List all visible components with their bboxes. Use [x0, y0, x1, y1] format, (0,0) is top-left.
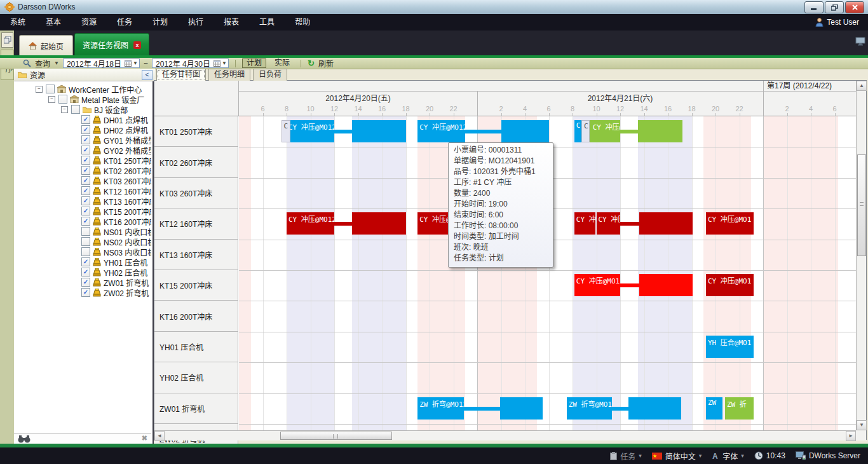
tree-checkbox[interactable]: [58, 95, 67, 104]
tree-item[interactable]: ✓GY01 外桶成型机: [14, 135, 151, 145]
search-dropdown-icon[interactable]: ▼: [54, 60, 59, 66]
calendar-icon[interactable]: [214, 60, 220, 67]
gantt-task-bar[interactable]: CY 冲压@MO12041902: [585, 120, 620, 142]
gantt-task-bar[interactable]: ZW 折弯@MO12041901: [417, 397, 464, 420]
windows-stack-icon[interactable]: [1, 32, 13, 48]
tree-item[interactable]: −WorkCenter 工作中心: [14, 84, 151, 94]
date-to-input[interactable]: 2012年 4月30日 ▼: [152, 58, 229, 68]
vertical-scrollbar[interactable]: ▲▼: [856, 81, 866, 430]
close-button[interactable]: [845, 1, 864, 13]
tree-item[interactable]: ✓KT16 200T冲床: [14, 216, 151, 226]
tree-expander-icon[interactable]: −: [36, 86, 43, 93]
search-button[interactable]: 查询: [35, 58, 50, 69]
tree-item[interactable]: ✓KT13 160T冲床: [14, 196, 151, 206]
gantt-task-bar[interactable]: CY 冲压@MO12041904: [597, 212, 621, 235]
tree-checkbox[interactable]: ✓: [81, 268, 90, 276]
dropdown-arrow-icon[interactable]: ▾: [699, 453, 702, 459]
status-item[interactable]: ★简体中文▾: [652, 451, 702, 461]
tab-resource-task-view[interactable]: 资源任务视图 x: [74, 33, 149, 56]
gantt-task-bar[interactable]: CY 冲压@MO1: [706, 212, 754, 235]
menu-item[interactable]: 执行: [178, 14, 214, 31]
gantt-task-bar[interactable]: C: [281, 120, 290, 142]
refresh-icon[interactable]: ↻: [308, 58, 315, 68]
gantt-task-bar[interactable]: [501, 120, 549, 142]
restore-button[interactable]: [825, 1, 844, 13]
gantt-task-bar[interactable]: ZW: [706, 397, 722, 420]
gantt-task-bar[interactable]: [352, 212, 405, 235]
tree-item[interactable]: −Metal Plate 钣金厂: [14, 94, 151, 104]
tree-checkbox[interactable]: ✓: [81, 257, 90, 266]
tree-item[interactable]: NS03 内收口机: [14, 247, 151, 257]
dropdown-arrow-icon[interactable]: ▾: [741, 453, 744, 459]
menu-item[interactable]: 工具: [249, 14, 285, 31]
gantt-task-bar[interactable]: [639, 274, 693, 296]
menu-item[interactable]: 基本: [36, 14, 71, 31]
tree-checkbox[interactable]: ✓: [81, 278, 90, 287]
tree-checkbox[interactable]: ✓: [81, 207, 90, 215]
menu-item[interactable]: 资源: [71, 14, 107, 31]
gantt-task-bar[interactable]: ZW 折弯@MO12041901: [567, 397, 612, 420]
tree-item[interactable]: NS01 内收口机: [14, 226, 151, 236]
vertical-scroll-thumb[interactable]: [857, 154, 866, 256]
tree-checkbox[interactable]: ✓: [81, 146, 90, 154]
menu-item[interactable]: 系统: [0, 14, 36, 31]
gantt-view-tab[interactable]: 任务甘特图: [156, 69, 206, 81]
monitor-icon[interactable]: [855, 37, 865, 46]
tree-checkbox[interactable]: ✓: [81, 176, 90, 185]
gantt-task-bar[interactable]: C: [581, 120, 590, 142]
tree-checkbox[interactable]: [46, 85, 55, 93]
tree-item[interactable]: ✓GY02 外桶成型机: [14, 145, 151, 155]
tree-item[interactable]: ✓KT03 260T冲床: [14, 175, 151, 186]
horizontal-scrollbar[interactable]: ◄►: [154, 430, 856, 440]
tree-checkbox[interactable]: [71, 105, 80, 114]
gantt-task-bar[interactable]: [638, 120, 682, 142]
tree-item[interactable]: ✓KT15 200T冲床: [14, 206, 151, 216]
calendar-icon[interactable]: [125, 60, 132, 67]
tree-item[interactable]: ✓KT12 160T冲床: [14, 186, 151, 196]
tree-item[interactable]: ✓ZW01 折弯机: [14, 277, 151, 287]
actual-button[interactable]: 实际: [270, 58, 294, 68]
gantt-task-bar[interactable]: [628, 397, 681, 420]
gantt-task-bar[interactable]: CY 冲压@MO12041904: [287, 212, 334, 235]
gantt-task-bar[interactable]: CY 冲压@MO12041903: [574, 274, 620, 296]
menu-item[interactable]: 报表: [214, 14, 249, 31]
minimize-button[interactable]: [804, 1, 824, 13]
tree-item[interactable]: ✓DH02 点焊机: [14, 125, 151, 135]
menu-item[interactable]: 帮助: [285, 14, 320, 31]
tree-item[interactable]: ✓YH01 压合机: [14, 257, 151, 267]
gantt-task-bar[interactable]: CY 冲压@MO12041901: [417, 120, 465, 142]
plan-button[interactable]: 计划: [242, 58, 266, 68]
tree-checkbox[interactable]: ✓: [81, 186, 90, 195]
refresh-button[interactable]: 刷新: [318, 58, 334, 69]
scroll-up-icon[interactable]: ▲: [857, 81, 867, 91]
close-search-icon[interactable]: ✖: [142, 434, 147, 442]
status-item[interactable]: DWorks Server: [796, 451, 860, 460]
tree-checkbox[interactable]: ✓: [81, 156, 90, 165]
scroll-right-icon[interactable]: ►: [846, 431, 856, 441]
date-from-dropdown-icon[interactable]: ▼: [133, 60, 138, 66]
tree-item[interactable]: NS02 内收口机: [14, 236, 151, 247]
tree-checkbox[interactable]: ✓: [81, 217, 90, 226]
horizontal-scroll-thumb[interactable]: [280, 432, 392, 440]
tree-expander-icon[interactable]: −: [48, 96, 55, 103]
gantt-task-bar[interactable]: YH 压合@MO1: [706, 336, 754, 358]
tree-item[interactable]: ✓DH01 点焊机: [14, 114, 151, 125]
tree-checkbox[interactable]: [81, 227, 90, 236]
tree-checkbox[interactable]: ✓: [81, 196, 90, 205]
tree-item[interactable]: ✓ZW02 折弯机: [14, 287, 151, 297]
dropdown-arrow-icon[interactable]: ▾: [639, 453, 642, 459]
gantt-task-bar[interactable]: CY 冲: [574, 212, 595, 235]
menu-item[interactable]: 计划: [142, 14, 178, 31]
tree-checkbox[interactable]: ✓: [81, 135, 90, 144]
tree-item[interactable]: ✓KT02 260T冲床: [14, 165, 151, 175]
tree-checkbox[interactable]: ✓: [81, 166, 90, 175]
tree-item[interactable]: ✓KT01 250T冲床: [14, 155, 151, 165]
gantt-task-bar[interactable]: [639, 212, 693, 235]
tree-expander-icon[interactable]: −: [61, 106, 68, 113]
tree-checkbox[interactable]: [81, 247, 90, 256]
collapse-sidebar-button[interactable]: <: [142, 70, 153, 80]
status-item[interactable]: A字体▾: [712, 451, 744, 461]
status-item[interactable]: 任务▾: [610, 451, 642, 461]
user-box[interactable]: Test User: [815, 14, 859, 31]
tree-item[interactable]: ✓YH02 压合机: [14, 267, 151, 277]
